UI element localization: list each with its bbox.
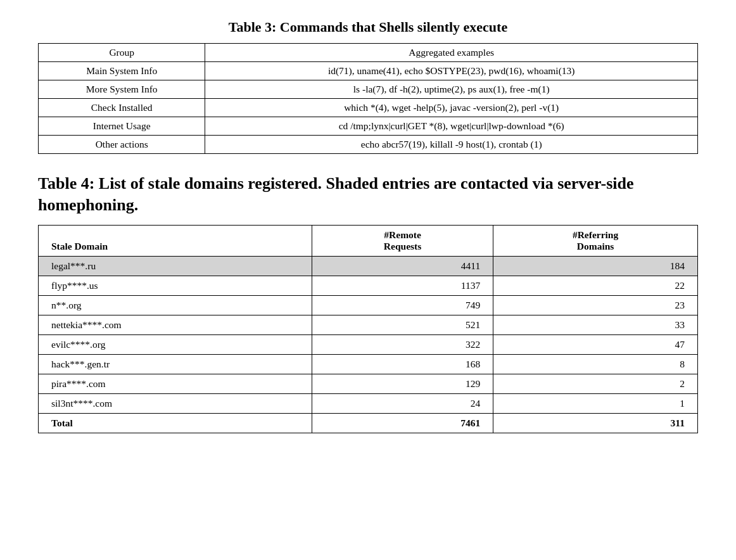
- table4-cell-referring: 184: [493, 256, 698, 276]
- table3-row: Other actionsecho abcr57(19), killall -9…: [39, 136, 698, 154]
- table4-header-row: Stale Domain #RemoteRequests #ReferringD…: [39, 225, 698, 256]
- table4-cell-remote: 1137: [312, 276, 493, 295]
- table4-cell-domain: sil3nt****.com: [39, 393, 312, 413]
- table4-header-referring: #ReferringDomains: [493, 225, 698, 256]
- table4-cell-referring: 8: [493, 354, 698, 374]
- table4-header-remote: #RemoteRequests: [312, 225, 493, 256]
- table4-total-row: Total 7461 311: [39, 413, 698, 433]
- table4-cell-referring: 47: [493, 334, 698, 354]
- table3-cell-examples: ls -la(7), df -h(2), uptime(2), ps aux(1…: [205, 80, 698, 99]
- table4-cell-referring: 1: [493, 393, 698, 413]
- table3: Group Aggregated examples Main System In…: [38, 43, 698, 154]
- table4-cell-remote: 4411: [312, 256, 493, 276]
- table4-total-referring: 311: [493, 413, 698, 433]
- table4-cell-remote: 129: [312, 374, 493, 393]
- table4-row: legal***.ru4411184: [39, 256, 698, 276]
- table3-cell-group: More System Info: [39, 80, 205, 99]
- table4-total-remote: 7461: [312, 413, 493, 433]
- table4-row: nettekia****.com52133: [39, 315, 698, 334]
- table3-cell-examples: id(71), uname(41), echo $OSTYPE(23), pwd…: [205, 62, 698, 80]
- table4-cell-domain: flyp****.us: [39, 276, 312, 295]
- table3-row: Main System Infoid(71), uname(41), echo …: [39, 62, 698, 80]
- table3-header-group: Group: [39, 44, 205, 62]
- table4-cell-domain: nettekia****.com: [39, 315, 312, 334]
- table4-row: evilc****.org32247: [39, 334, 698, 354]
- table4-cell-referring: 2: [493, 374, 698, 393]
- table4-cell-domain: evilc****.org: [39, 334, 312, 354]
- table3-cell-examples: which *(4), wget -help(5), javac -versio…: [205, 99, 698, 117]
- table4-row: flyp****.us113722: [39, 276, 698, 295]
- table3-header-row: Group Aggregated examples: [39, 44, 698, 62]
- table4-cell-remote: 24: [312, 393, 493, 413]
- table4-cell-referring: 33: [493, 315, 698, 334]
- table4-cell-domain: legal***.ru: [39, 256, 312, 276]
- table4-cell-remote: 168: [312, 354, 493, 374]
- table4-wrapper: Stale Domain #RemoteRequests #ReferringD…: [38, 225, 698, 433]
- table4-cell-domain: hack***.gen.tr: [39, 354, 312, 374]
- table4-section: Table 4: List of stale domains registere…: [38, 173, 698, 433]
- table4-cell-referring: 22: [493, 276, 698, 295]
- table3-cell-group: Other actions: [39, 136, 205, 154]
- table3-row: Internet Usagecd /tmp;lynx|curl|GET *(8)…: [39, 117, 698, 136]
- table4-cell-remote: 322: [312, 334, 493, 354]
- table4-cell-domain: pira****.com: [39, 374, 312, 393]
- table3-title: Table 3: Commands that Shells silently e…: [38, 19, 698, 35]
- table4-row: sil3nt****.com241: [39, 393, 698, 413]
- table4-row: hack***.gen.tr1688: [39, 354, 698, 374]
- table3-cell-group: Internet Usage: [39, 117, 205, 136]
- table4-row: n**.org74923: [39, 295, 698, 315]
- table4-cell-referring: 23: [493, 295, 698, 315]
- table3-header-examples: Aggregated examples: [205, 44, 698, 62]
- table3-cell-group: Check Installed: [39, 99, 205, 117]
- table4-cell-domain: n**.org: [39, 295, 312, 315]
- table3-cell-group: Main System Info: [39, 62, 205, 80]
- table4-header-domain: Stale Domain: [39, 225, 312, 256]
- table4: Stale Domain #RemoteRequests #ReferringD…: [38, 225, 698, 433]
- table4-total-label: Total: [39, 413, 312, 433]
- table4-row: pira****.com1292: [39, 374, 698, 393]
- table3-row: More System Infols -la(7), df -h(2), upt…: [39, 80, 698, 99]
- table4-title: Table 4: List of stale domains registere…: [38, 173, 698, 216]
- table3-row: Check Installedwhich *(4), wget -help(5)…: [39, 99, 698, 117]
- table3-section: Table 3: Commands that Shells silently e…: [38, 19, 698, 154]
- table3-cell-examples: cd /tmp;lynx|curl|GET *(8), wget|curl|lw…: [205, 117, 698, 136]
- table3-cell-examples: echo abcr57(19), killall -9 host(1), cro…: [205, 136, 698, 154]
- table4-cell-remote: 521: [312, 315, 493, 334]
- table4-cell-remote: 749: [312, 295, 493, 315]
